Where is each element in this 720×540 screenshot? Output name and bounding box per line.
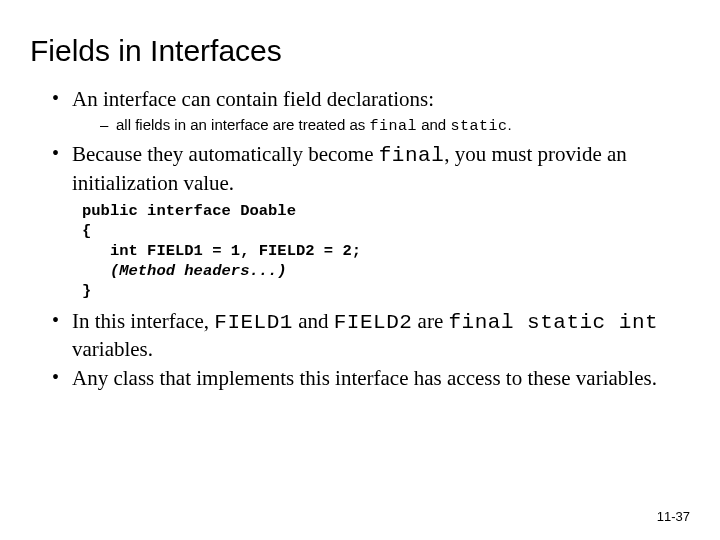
- code-field2: FIELD2: [334, 311, 413, 334]
- bullet-list-2: In this interface, FIELD1 and FIELD2 are…: [40, 308, 690, 393]
- bullet-1-sub-mid: and: [417, 116, 450, 133]
- code-final-1: final: [369, 118, 417, 135]
- bullet-3-b: variables.: [72, 337, 153, 361]
- bullet-1-sub: all fields in an interface are treated a…: [106, 115, 690, 137]
- bullet-list: An interface can contain field declarati…: [40, 86, 690, 197]
- slide: Fields in Interfaces An interface can co…: [0, 0, 720, 540]
- bullet-3-mid2: are: [412, 309, 448, 333]
- code-static: static: [450, 118, 507, 135]
- slide-title: Fields in Interfaces: [30, 34, 690, 68]
- code-final-2: final: [379, 144, 445, 167]
- bullet-2: Because they automatically become final,…: [60, 141, 690, 197]
- code-line-4: (Method headers...): [82, 262, 287, 280]
- bullet-4-text: Any class that implements this interface…: [72, 366, 657, 390]
- bullet-1-sub-end: .: [507, 116, 511, 133]
- page-number: 11-37: [657, 509, 690, 524]
- code-final-static-int: final static int: [449, 311, 659, 334]
- bullet-3-a: In this interface,: [72, 309, 214, 333]
- code-line-2: {: [82, 222, 91, 240]
- bullet-2-a: Because they automatically become: [72, 142, 379, 166]
- bullet-1-text: An interface can contain field declarati…: [72, 87, 434, 111]
- code-field1: FIELD1: [214, 311, 293, 334]
- code-line-1: public interface Doable: [82, 202, 296, 220]
- bullet-3: In this interface, FIELD1 and FIELD2 are…: [60, 308, 690, 364]
- code-block: public interface Doable { int FIELD1 = 1…: [82, 201, 690, 302]
- bullet-1-sublist: all fields in an interface are treated a…: [90, 115, 690, 137]
- code-line-5: }: [82, 282, 91, 300]
- bullet-3-mid1: and: [293, 309, 334, 333]
- bullet-4: Any class that implements this interface…: [60, 365, 690, 392]
- bullet-1: An interface can contain field declarati…: [60, 86, 690, 137]
- code-line-3: int FIELD1 = 1, FIELD2 = 2;: [82, 242, 361, 260]
- bullet-1-sub-a: all fields in an interface are treated a…: [116, 116, 369, 133]
